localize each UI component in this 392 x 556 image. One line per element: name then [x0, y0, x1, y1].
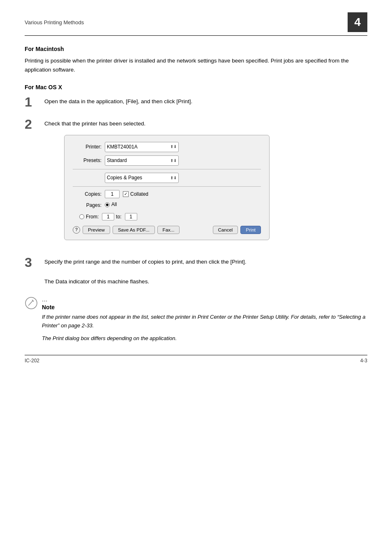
preview-button[interactable]: Preview	[83, 226, 110, 234]
footer-left: IC-202	[25, 358, 39, 364]
collated-label: Collated	[130, 190, 148, 198]
all-label: All	[111, 201, 117, 208]
copies-pages-select[interactable]: Copies & Pages ⬆⬇	[105, 173, 179, 183]
dialog-separator-2	[73, 186, 261, 187]
step-2: 2 Check that the printer has been select…	[25, 117, 367, 247]
copies-label: Copies:	[73, 190, 101, 198]
from-row: From: to:	[79, 213, 261, 221]
all-radio[interactable]	[105, 202, 110, 207]
pages-label: Pages:	[73, 202, 101, 209]
printer-arrow-icon: ⬆⬇	[170, 144, 177, 150]
svg-line-2	[28, 305, 29, 306]
note-text-1: If the printer name does not appear in t…	[42, 313, 367, 330]
macintosh-heading: For Macintosh	[25, 46, 367, 52]
presets-select[interactable]: Standard ⬆⬇	[105, 155, 179, 166]
to-label: to:	[116, 213, 121, 221]
macintosh-body: Printing is possible when the printer dr…	[25, 56, 367, 74]
note-pen-icon	[25, 297, 38, 312]
from-radio[interactable]	[79, 214, 84, 219]
dialog-separator-1	[73, 169, 261, 169]
save-pdf-button[interactable]: Save As PDF...	[113, 226, 155, 234]
print-button[interactable]: Print	[240, 226, 261, 234]
presets-row: Presets: Standard ⬆⬇	[73, 155, 261, 166]
help-icon[interactable]: ?	[73, 226, 80, 234]
header-title: Various Printing Methods	[25, 19, 348, 25]
svg-line-1	[29, 301, 33, 305]
step-1: 1 Open the data in the application, [Fil…	[25, 95, 367, 109]
step-3-subtext: The Data indicator of this machine flash…	[44, 277, 367, 286]
printer-label: Printer:	[73, 143, 101, 151]
copies-pages-arrow-icon: ⬆⬇	[170, 175, 177, 181]
macosx-heading: For Mac OS X	[25, 84, 367, 90]
section-macosx: For Mac OS X	[25, 84, 367, 90]
presets-label: Presets:	[73, 157, 101, 164]
step-3-text: Specify the print range and the number o…	[44, 259, 247, 265]
note-content: ... Note If the printer name does not ap…	[42, 296, 367, 347]
note-title: Note	[42, 304, 367, 310]
steps-container: 1 Open the data in the application, [Fil…	[25, 95, 367, 269]
note-section: ... Note If the printer name does not ap…	[25, 296, 367, 347]
svg-point-0	[25, 297, 37, 309]
step-1-text: Open the data in the application, [File]…	[44, 95, 367, 106]
footer-right: 4-3	[360, 358, 367, 364]
step-3: 3 Specify the print range and the number…	[25, 255, 367, 269]
dialog-footer: ? Preview Save As PDF... Fax... Cancel P…	[73, 226, 261, 234]
dialog-footer-left: ? Preview Save As PDF... Fax...	[73, 226, 210, 234]
chapter-number: 4	[348, 12, 367, 32]
step-2-text: Check that the printer has been selected…	[44, 117, 367, 247]
copies-pages-value: Copies & Pages	[107, 174, 142, 182]
cancel-button[interactable]: Cancel	[213, 226, 238, 234]
from-input[interactable]	[102, 213, 114, 220]
pages-all-row: All	[105, 201, 117, 208]
print-dialog: Printer: KMBT24001A ⬆⬇ Presets: Standard…	[64, 135, 270, 240]
copies-input-row: Copies: ✓ Collated	[73, 190, 261, 198]
from-label: From:	[86, 213, 99, 221]
page-header: Various Printing Methods 4	[25, 12, 367, 36]
copies-pages-row: Copies & Pages ⬆⬇	[73, 173, 261, 183]
step-3-number: 3	[25, 255, 44, 269]
presets-arrow-icon: ⬆⬇	[170, 158, 177, 164]
pages-row: Pages: All	[73, 201, 261, 210]
collated-checkbox[interactable]: ✓	[123, 191, 129, 197]
printer-row: Printer: KMBT24001A ⬆⬇	[73, 142, 261, 152]
section-macintosh: For Macintosh Printing is possible when …	[25, 46, 367, 74]
to-input[interactable]	[125, 213, 137, 220]
fax-button[interactable]: Fax...	[157, 226, 180, 234]
note-text-2: The Print dialog box differs depending o…	[42, 334, 367, 343]
page-footer: IC-202 4-3	[25, 355, 367, 364]
note-dots: ...	[42, 296, 367, 303]
printer-select[interactable]: KMBT24001A ⬆⬇	[105, 142, 179, 152]
printer-value: KMBT24001A	[107, 143, 138, 151]
step-3-content: Specify the print range and the number o…	[44, 255, 367, 266]
presets-value: Standard	[107, 157, 127, 164]
dialog-footer-right: Cancel Print	[213, 226, 261, 234]
collated-checkbox-row: ✓ Collated	[123, 190, 148, 198]
step-1-number: 1	[25, 95, 44, 109]
copies-input[interactable]	[105, 190, 120, 198]
step-2-number: 2	[25, 117, 44, 131]
